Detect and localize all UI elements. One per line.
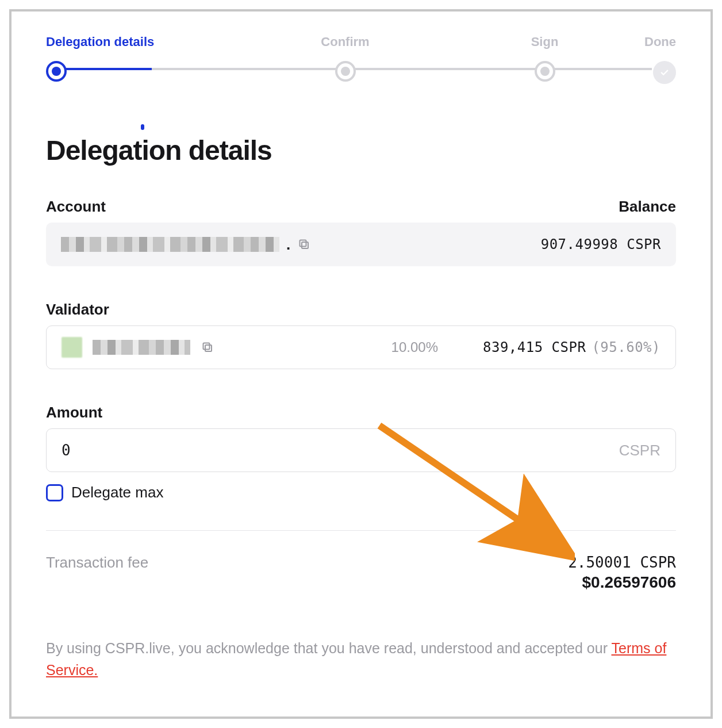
- step-line-active: [66, 68, 152, 70]
- transaction-fee-usd: $0.26597606: [568, 573, 676, 592]
- validator-label: Validator: [46, 301, 109, 319]
- accent-dot: [141, 124, 144, 130]
- svg-rect-3: [203, 343, 210, 350]
- divider: [46, 530, 676, 531]
- step-dot-icon: [46, 61, 67, 82]
- step-done: Done: [644, 35, 676, 84]
- address-separator: .: [286, 236, 290, 254]
- step-confirm: Confirm: [245, 35, 445, 82]
- svg-rect-0: [302, 242, 308, 248]
- step-dot-icon: [335, 61, 356, 82]
- step-sign: Sign: [445, 35, 644, 82]
- validator-selector[interactable]: 10.00% 839,415 CSPR (95.60%): [46, 325, 676, 369]
- transaction-fee-cspr: 2.50001 CSPR: [568, 554, 676, 571]
- progress-stepper: Delegation details Confirm Sign Done: [46, 35, 676, 84]
- step-label: Sign: [531, 35, 559, 49]
- validator-stake-amount: 839,415 CSPR: [483, 339, 586, 355]
- step-delegation-details[interactable]: Delegation details: [46, 35, 245, 82]
- transaction-fee-label: Transaction fee: [46, 554, 148, 572]
- amount-field-wrapper: CSPR: [46, 428, 676, 472]
- delegate-max-checkbox[interactable]: Delegate max: [46, 484, 676, 501]
- account-address-redacted: [61, 237, 279, 252]
- amount-label: Amount: [46, 404, 102, 422]
- account-balance-value: 907.49998 CSPR: [541, 236, 661, 252]
- amount-input[interactable]: [62, 442, 421, 459]
- validator-stake-pct: (95.60%): [592, 339, 660, 355]
- account-box: . 907.49998 CSPR: [46, 223, 676, 266]
- step-label: Done: [644, 35, 676, 49]
- step-label: Delegation details: [46, 35, 154, 49]
- account-label: Account: [46, 198, 106, 216]
- balance-label: Balance: [619, 198, 676, 216]
- checkbox-icon[interactable]: [46, 484, 63, 501]
- svg-rect-2: [205, 345, 212, 351]
- step-dot-icon: [535, 61, 555, 82]
- validator-fee-pct: 10.00%: [391, 339, 438, 355]
- step-line-inactive: [152, 68, 652, 70]
- checkmark-icon: [653, 61, 676, 84]
- svg-rect-1: [300, 240, 306, 247]
- amount-unit: CSPR: [619, 442, 660, 459]
- copy-icon[interactable]: [297, 237, 311, 251]
- step-label: Confirm: [321, 35, 369, 49]
- validator-name-redacted: [93, 340, 190, 355]
- page-title: Delegation details: [46, 135, 676, 166]
- copy-icon[interactable]: [201, 340, 214, 354]
- disclaimer-text: By using CSPR.live, you acknowledge that…: [46, 638, 676, 681]
- delegate-max-label: Delegate max: [71, 484, 163, 501]
- transaction-fee-row: Transaction fee 2.50001 CSPR $0.26597606: [46, 554, 676, 592]
- validator-avatar: [62, 337, 82, 358]
